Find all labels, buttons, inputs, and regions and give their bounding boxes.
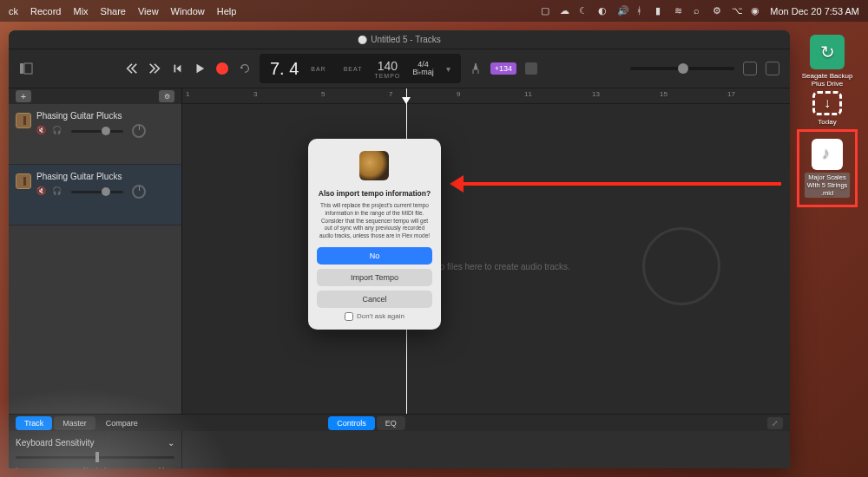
menu-share[interactable]: Share [101, 6, 126, 16]
lcd-display[interactable]: 7. 4 BAR BEAT 140TEMPO 4/4B♭maj ▾ [260, 54, 461, 83]
control-center-icon[interactable]: ⌥ [732, 5, 744, 17]
rewind-button[interactable] [126, 62, 138, 75]
add-track-button[interactable]: + [16, 90, 31, 102]
loop-browser-icon[interactable] [766, 62, 779, 75]
pan-knob[interactable] [132, 124, 146, 138]
sensitivity-slider[interactable] [16, 456, 174, 459]
lcd-position: 7. 4 [270, 59, 299, 79]
track-headers: + ⚙ Phasing Guitar Plucks 🔇 🎧 [9, 88, 182, 414]
facetime-icon[interactable]: ▢ [541, 5, 553, 17]
tab-master[interactable]: Master [54, 416, 95, 430]
lcd-bar-label: BAR [311, 66, 326, 72]
desktop-today-folder[interactable]: Today [812, 91, 842, 126]
user-icon[interactable]: ⚙ [713, 5, 725, 17]
ruler-mark: 11 [524, 90, 532, 98]
bluetooth-icon[interactable]: ᚼ [636, 5, 648, 17]
app-menu-truncated[interactable]: ck [9, 6, 18, 16]
metronome-icon[interactable] [525, 62, 537, 75]
master-volume-slider[interactable] [630, 67, 734, 70]
menu-record[interactable]: Record [30, 6, 61, 16]
instrument-icon [16, 113, 31, 128]
lock-icon: ⚪ [358, 36, 367, 44]
import-tempo-dialog: Also import tempo information? This will… [308, 139, 441, 330]
tab-eq[interactable]: EQ [377, 416, 405, 430]
battery-icon[interactable]: ▮ [655, 5, 667, 17]
track-volume-slider[interactable] [71, 130, 123, 133]
dialog-title: Also import tempo information? [317, 189, 432, 198]
fx-controls: ATTACK DECAY CUTOFF PHASER ECHO REVERB [182, 431, 790, 468]
window-titlebar: ⚪ Untitled 5 - Tracks [9, 30, 790, 49]
notepad-icon[interactable] [743, 62, 757, 75]
mute-icon[interactable]: 🔇 [36, 126, 49, 136]
tab-controls[interactable]: Controls [328, 416, 375, 430]
pan-knob[interactable] [132, 185, 146, 199]
tuner-icon[interactable] [470, 62, 482, 75]
menu-mix[interactable]: Mix [73, 6, 88, 16]
menu-view[interactable]: View [138, 6, 159, 16]
cancel-button[interactable]: Cancel [317, 291, 432, 308]
headphones-icon[interactable]: 🎧 [52, 126, 64, 136]
search-icon[interactable]: ⌕ [694, 5, 706, 17]
ruler-mark: 3 [253, 90, 257, 98]
library-toggle-icon[interactable] [19, 62, 33, 75]
mute-icon[interactable]: 🔇 [36, 186, 49, 197]
volume-icon[interactable]: 🔊 [617, 5, 629, 17]
label-more: More [159, 466, 174, 468]
track-header-settings-icon[interactable]: ⚙ [159, 90, 174, 102]
siri-icon[interactable]: ◉ [751, 5, 763, 17]
window-title: Untitled 5 - Tracks [371, 35, 441, 44]
record-button[interactable] [216, 62, 228, 75]
dialog-body: This will replace the project's current … [317, 202, 432, 240]
timeline[interactable]: 1 3 5 7 9 11 13 15 17 Drag audio files h… [182, 88, 790, 414]
lcd-key: B♭maj [412, 69, 434, 76]
import-tempo-button[interactable]: Import Tempo [317, 269, 432, 286]
menu-window[interactable]: Window [171, 6, 205, 16]
svg-rect-0 [20, 63, 23, 74]
tab-track[interactable]: Track [16, 416, 52, 430]
track-header[interactable]: Phasing Guitar Plucks 🔇 🎧 [9, 165, 181, 225]
mac-menubar: ck Record Mix Share View Window Help ▢ ☁… [0, 0, 868, 22]
lcd-tempo-label: TEMPO [374, 73, 400, 79]
headphones-icon[interactable]: 🎧 [52, 186, 64, 197]
wifi-icon[interactable]: ≋ [674, 5, 687, 17]
instrument-icon [16, 173, 31, 189]
sensitivity-header: Keyboard Sensitivity [16, 438, 95, 448]
watermark-logo [642, 227, 720, 305]
ruler-mark: 1 [186, 90, 189, 98]
transport-controls [126, 62, 251, 75]
cycle-button[interactable] [239, 62, 251, 75]
expand-icon[interactable]: ⤢ [767, 417, 783, 429]
ruler-mark: 5 [321, 90, 325, 98]
no-button[interactable]: No [317, 247, 432, 265]
desktop-drive-icon[interactable]: Seagate Backup Plus Drive [797, 35, 858, 88]
chevron-down-icon[interactable]: ⌄ [168, 438, 174, 448]
chevron-down-icon[interactable]: ▾ [446, 64, 450, 74]
cloud-icon[interactable]: ☁ [560, 5, 572, 17]
ruler[interactable]: 1 3 5 7 9 11 13 15 17 [182, 88, 790, 104]
play-button[interactable] [194, 62, 206, 75]
forward-button[interactable] [148, 62, 161, 75]
track-header[interactable]: Phasing Guitar Plucks 🔇 🎧 [9, 104, 181, 165]
desktop-midi-file[interactable]: Major Scales With 5 Strings .mid [797, 129, 858, 207]
keyboard-sensitivity-panel: Keyboard Sensitivity⌄ Less Neutral More … [9, 431, 182, 468]
menubar-right: ▢ ☁ ☾ ◐ 🔊 ᚼ ▮ ≋ ⌕ ⚙ ⌥ ◉ Mon Dec 20 7:53 … [541, 5, 859, 17]
bottom-tabs: Track Master Compare Controls EQ ⤢ [9, 414, 790, 431]
menubar-clock[interactable]: Mon Dec 20 7:53 AM [770, 6, 859, 16]
track-volume-slider[interactable] [71, 191, 123, 193]
track-name: Phasing Guitar Plucks [36, 172, 174, 181]
stop-button[interactable] [171, 62, 183, 75]
tab-compare[interactable]: Compare [97, 416, 147, 430]
dont-ask-checkbox[interactable]: Don't ask again [317, 312, 432, 321]
dnd-icon[interactable]: ☾ [579, 5, 591, 17]
lcd-beat-label: BEAT [344, 66, 363, 72]
label-neutral: Neutral [83, 466, 106, 468]
ruler-mark: 15 [660, 90, 667, 98]
menu-help[interactable]: Help [217, 6, 237, 16]
svg-rect-1 [24, 63, 32, 74]
display-icon[interactable]: ◐ [598, 5, 610, 17]
count-in-badge[interactable]: +134 [490, 62, 516, 75]
lcd-tempo: 140 [378, 59, 398, 73]
ruler-mark: 13 [592, 90, 600, 98]
annotation-arrow [460, 182, 781, 186]
label-less: Less [16, 466, 30, 468]
